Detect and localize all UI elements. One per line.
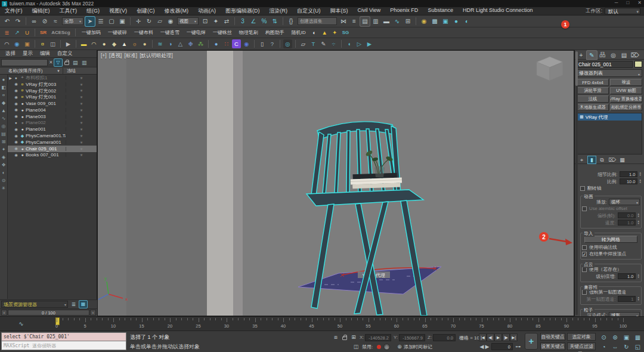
y-coordinate-field[interactable]: -150667.9 [399, 334, 425, 341]
one-key-zhusi-button[interactable]: 一键蛛丝 [213, 29, 232, 36]
hierarchy-tab[interactable]: 品 [597, 51, 608, 59]
explicit-normals-checkbox[interactable] [582, 245, 587, 250]
object-name[interactable]: Plane001 [26, 126, 66, 132]
select-object-icon[interactable]: ➤ [85, 17, 95, 26]
go-start-button[interactable]: |◀ [479, 334, 487, 341]
snap-3d-icon[interactable]: 3 [238, 17, 247, 26]
track-bar[interactable]: ∿ 05101520253035404550556065707580859095… [0, 316, 644, 331]
vray-denoiser-icon[interactable]: ◎ [283, 39, 292, 48]
adaptive-degradation-icon[interactable]: ◫ [352, 343, 360, 351]
vray-sun-icon[interactable]: ☼ [130, 39, 139, 48]
visibility-icon[interactable]: ◉ [13, 153, 19, 158]
display-lights-icon[interactable]: ¤ [0, 91, 7, 99]
spinner-icon[interactable]: ▲▼ [637, 220, 640, 226]
percent-snap-icon[interactable]: % [259, 17, 269, 26]
viewport-menu-standard[interactable]: [标准] [124, 53, 137, 60]
visibility-icon[interactable]: ◉ [13, 114, 19, 119]
make-unique-icon[interactable]: ⧉ [598, 156, 606, 163]
spinner-icon[interactable]: ▲▼ [637, 213, 640, 218]
menu-item[interactable]: 图形编辑器(D) [221, 7, 265, 15]
set-key-button[interactable]: 设置关键点 [540, 342, 565, 350]
vray-sphere-light-icon[interactable]: ● [100, 39, 109, 48]
select-place-icon[interactable]: ◉ [166, 17, 175, 26]
explorer-row[interactable]: ◉●Vase 009_001✳ [8, 100, 97, 107]
frozen-toggle-icon[interactable]: ✳ [66, 95, 97, 99]
lock-selection-icon[interactable] [341, 334, 348, 341]
auto-key-button[interactable]: 自动关键点 [540, 333, 565, 341]
one-key-buliao-button[interactable]: 一键布料 [134, 29, 153, 36]
explorer-search-input[interactable] [1, 59, 48, 66]
vray-proxy-export-icon[interactable]: ◖ [345, 39, 354, 48]
frozen-toggle-icon[interactable]: ✳ [66, 134, 97, 138]
sparkle-icon[interactable]: ✦ [330, 28, 339, 37]
modifier-preset-button[interactable]: UVW 贴图 [610, 87, 642, 94]
chaos-cosmos-icon[interactable]: C [232, 39, 241, 48]
rollout-area[interactable]: 细节比例: 1.0 ▲▼ 比例: 10.0 ▲▼ 翻转轴 动画 播放: [575, 168, 644, 316]
time-forward-button[interactable]: › [90, 310, 96, 316]
visibility-icon[interactable]: ● [13, 76, 19, 80]
object-name[interactable]: PhysCamera001.Target [26, 133, 66, 138]
first-channel-field[interactable]: 1 [618, 296, 636, 302]
vray-camera-toggle-icon[interactable]: ◎ [383, 344, 390, 350]
select-scale-icon[interactable]: ▱ [155, 17, 165, 26]
maxscript-input-line[interactable] [1, 341, 126, 350]
vray-fur-icon[interactable]: ◑ [166, 39, 175, 48]
z-coordinate-field[interactable]: 0.0 [433, 334, 456, 341]
prev-frame-button[interactable]: ◀| [487, 334, 494, 341]
object-name[interactable]: 布料模拟1 [26, 75, 66, 81]
rollout-scrollbar[interactable] [575, 51, 578, 315]
frozen-toggle-icon[interactable]: ✳ [66, 147, 97, 151]
menu-item[interactable]: 文件(F) [0, 7, 27, 15]
selection-filter-dropdown[interactable]: 全部▾ [62, 17, 83, 25]
modifier-preset-button[interactable]: VRay 置换修改器 [610, 95, 642, 103]
render-iterative-icon[interactable]: ◐ [462, 17, 472, 26]
object-name[interactable]: Chair 025_001 [26, 146, 66, 152]
display-spacewarps-icon[interactable]: ∿ [0, 115, 7, 122]
search-clear-icon[interactable]: ✕ [49, 60, 53, 65]
layer-explorer-icon[interactable]: ▥ [371, 17, 380, 26]
menu-item[interactable]: 编辑(E) [27, 7, 55, 15]
vray-metaball-icon[interactable]: ❉ [186, 39, 195, 48]
explorer-type-dropdown[interactable]: 场景资源管理器 [1, 301, 68, 308]
isolate-toggle-icon[interactable]: ⧈ [332, 334, 340, 341]
vray-color-picker-icon[interactable]: ∷ [222, 39, 231, 48]
explorer-row[interactable]: ◉●Plane001✳ [8, 126, 97, 132]
schematic-view-icon[interactable]: ⊞ [403, 17, 413, 26]
flip-axis-checkbox[interactable] [580, 186, 585, 191]
modifier-preset-button[interactable]: 噪波 [610, 79, 642, 86]
select-children-icon[interactable]: ▤ [72, 59, 79, 66]
use-pivot-center-icon[interactable]: ⊡ [200, 17, 210, 26]
stack-item-vray-proxy[interactable]: ▦ VRay 代理 [577, 113, 642, 121]
object-name[interactable]: PhysCamera001 [26, 140, 66, 145]
selected-filter-dropdown[interactable]: 选定对象 [567, 333, 596, 341]
motion-tab[interactable]: ◎ [608, 51, 618, 59]
frozen-toggle-icon[interactable]: ✳ [66, 82, 97, 87]
visibility-icon[interactable]: ◉ [13, 134, 19, 138]
select-by-name-icon[interactable]: ☰ [96, 17, 106, 26]
spinner-snap-icon[interactable]: ⇅ [270, 17, 280, 26]
visibility-icon[interactable]: ◉ [13, 127, 19, 132]
zoom-all-icon[interactable]: ⊛ [610, 333, 620, 342]
show-end-result-icon[interactable]: ▮ [588, 156, 596, 163]
frozen-toggle-icon[interactable]: ✳ [66, 108, 97, 112]
vray-light-lister-icon[interactable]: ¤ [38, 39, 47, 48]
scene-explorer-toggle-icon[interactable]: ▤ [360, 17, 370, 26]
object-name[interactable]: Plane003 [26, 114, 66, 119]
frozen-column-header[interactable]: 冻结 [63, 68, 97, 74]
explorer-row[interactable]: ●●Plane002✳ [8, 120, 97, 126]
modifier-list-dropdown[interactable]: 修改器列表 [577, 69, 642, 77]
playback-dropdown[interactable]: 循环 [609, 199, 640, 205]
frozen-toggle-icon[interactable]: ✳ [66, 76, 97, 80]
key-filters-button[interactable]: 关键点过滤器.. [567, 342, 596, 350]
viewport-menu-pov[interactable]: [透视] [109, 53, 122, 60]
modifier-preset-button[interactable]: 涡轮平滑 [577, 87, 609, 94]
explorer-row[interactable]: ▶●✦布料模拟1✳ [8, 75, 97, 81]
lock-explorer-icon[interactable] [63, 58, 70, 66]
vray-ambient-light-icon[interactable]: ● [140, 39, 149, 48]
vray-dome-light-icon[interactable]: ◠ [89, 39, 98, 48]
perspective-viewport[interactable]: VRay 代理 [97, 50, 574, 316]
random-id-button[interactable]: 随机ID [292, 29, 306, 36]
display-tab[interactable]: ▤ [619, 51, 629, 59]
vray-proxy-import-icon[interactable]: ▷ [355, 39, 364, 48]
orbit-icon[interactable]: ↻ [621, 342, 631, 351]
